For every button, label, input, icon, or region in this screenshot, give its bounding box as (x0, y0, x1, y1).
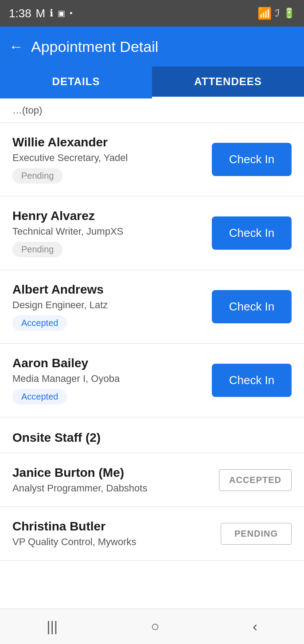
attendee-info: Albert Andrews Design Engineer, Latz Acc… (12, 283, 212, 331)
attendee-row: Aaron Bailey Media Manager I, Oyoba Acce… (0, 344, 304, 417)
attendee-name: Henry Alvarez (12, 209, 212, 223)
wifi-icon: 📶 (257, 7, 272, 20)
nav-back-icon[interactable]: ‹ (253, 618, 257, 635)
staff-info: Janice Burton (Me) Analyst Programmer, D… (12, 466, 219, 494)
attendee-title: Media Manager I, Oyoba (12, 373, 212, 385)
back-button[interactable]: ← (9, 39, 23, 55)
dot-icon: • (70, 9, 72, 18)
staff-name: Christina Butler (12, 519, 221, 534)
tab-attendees[interactable]: ATTENDEES (152, 67, 304, 98)
staff-row: Janice Burton (Me) Analyst Programmer, D… (0, 453, 304, 507)
bottom-nav: ||| ○ ‹ (0, 609, 304, 644)
staff-info: Christina Butler VP Quality Control, Myw… (12, 519, 221, 548)
tab-bar: DETAILS ATTENDEES (0, 67, 304, 98)
staff-title: VP Quality Control, Myworks (12, 536, 221, 548)
attendee-title: Design Engineer, Latz (12, 299, 212, 311)
attendee-info: Willie Alexander Executive Secretary, Ya… (12, 135, 212, 184)
status-badge: Accepted (12, 315, 67, 331)
staff-name: Janice Burton (Me) (12, 466, 219, 480)
info-icon: ℹ (50, 8, 53, 19)
staff-title: Analyst Programmer, Dabshots (12, 483, 219, 494)
attendee-name: Aaron Bailey (12, 356, 212, 370)
page-title: Appointment Detail (31, 38, 158, 55)
content-area: …(top) Willie Alexander Executive Secret… (0, 98, 304, 609)
staff-row: Christina Butler VP Quality Control, Myw… (0, 507, 304, 561)
app-header: ← Appointment Detail (0, 27, 304, 67)
signal-icon: ℐ (275, 8, 280, 19)
checkin-button-albert[interactable]: Check In (212, 290, 292, 323)
mail-icon: M (36, 7, 46, 20)
battery-icon: 🔋 (283, 8, 295, 19)
attendee-title: Technical Writer, JumpXS (12, 226, 212, 237)
attendee-info: Henry Alvarez Technical Writer, JumpXS P… (12, 209, 212, 257)
status-badge: Accepted (12, 389, 67, 404)
nav-home-icon[interactable]: ○ (151, 618, 159, 635)
status-time: 1:38 (9, 7, 31, 20)
attendee-name: Albert Andrews (12, 283, 212, 297)
attendee-row: Albert Andrews Design Engineer, Latz Acc… (0, 270, 304, 344)
staff-status-badge: PENDING (221, 523, 292, 545)
checkin-button-aaron[interactable]: Check In (212, 364, 292, 397)
checkin-button-willie[interactable]: Check In (212, 143, 292, 176)
record-icon: ▣ (58, 8, 65, 18)
status-badge: Pending (12, 168, 62, 184)
status-right: 📶 ℐ 🔋 (257, 7, 295, 20)
status-left: 1:38 M ℹ ▣ • (9, 7, 73, 20)
status-bar: 1:38 M ℹ ▣ • 📶 ℐ 🔋 (0, 0, 304, 27)
attendee-info: Aaron Bailey Media Manager I, Oyoba Acce… (12, 356, 212, 404)
status-badge: Pending (12, 242, 62, 257)
staff-status-badge: ACCEPTED (219, 469, 292, 491)
attendee-row: Henry Alvarez Technical Writer, JumpXS P… (0, 196, 304, 270)
checkin-button-henry[interactable]: Check In (212, 216, 292, 250)
tab-details[interactable]: DETAILS (0, 67, 152, 98)
attendee-title: Executive Secretary, Yadel (12, 152, 212, 164)
partial-row: …(top) (0, 98, 304, 123)
attendee-name: Willie Alexander (12, 135, 212, 149)
attendee-row: Willie Alexander Executive Secretary, Ya… (0, 123, 304, 196)
nav-recent-apps-icon[interactable]: ||| (47, 618, 58, 635)
onsite-staff-section-header: Onsite Staff (2) (0, 417, 304, 453)
